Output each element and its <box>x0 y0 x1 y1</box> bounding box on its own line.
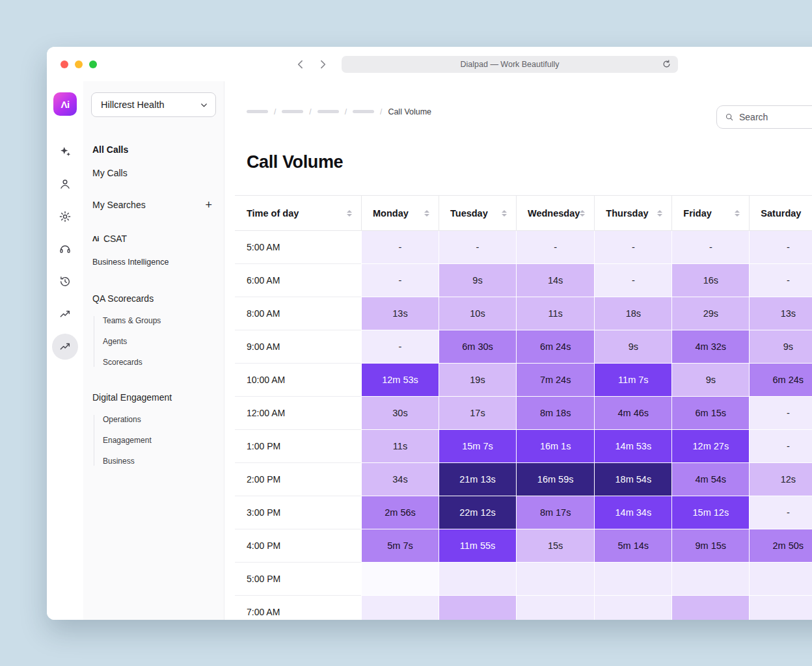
heatmap-cell[interactable]: 12m 53s <box>361 364 439 397</box>
heatmap-cell[interactable]: 22m 12s <box>439 496 516 529</box>
minimize-window-button[interactable] <box>75 60 83 68</box>
heatmap-cell[interactable]: 9s <box>671 364 749 397</box>
heatmap-cell[interactable]: 5m 7s <box>361 529 439 563</box>
heatmap-cell[interactable]: 11m 55s <box>439 529 516 563</box>
sidebar-item-csat[interactable]: Λi CSAT <box>92 233 216 244</box>
browser-back-button[interactable] <box>294 58 307 71</box>
history-clock-icon[interactable] <box>59 275 72 288</box>
heatmap-cell[interactable]: 30s <box>361 397 439 430</box>
heatmap-cell[interactable]: 13s <box>361 297 439 330</box>
org-selector-dropdown[interactable]: Hillcrest Health <box>91 92 216 117</box>
search-input[interactable] <box>739 112 812 122</box>
sidebar-item-qa-scorecards[interactable]: QA Scorecards <box>92 293 216 304</box>
headset-icon[interactable] <box>59 243 72 256</box>
column-header-saturday[interactable]: Saturday <box>749 195 812 231</box>
contacts-person-icon[interactable] <box>59 178 72 191</box>
heatmap-cell[interactable]: 16m 1s <box>516 430 594 463</box>
heatmap-cell[interactable]: 18m 54s <box>594 463 671 496</box>
heatmap-cell[interactable]: - <box>516 231 594 264</box>
heatmap-cell[interactable]: - <box>594 264 671 297</box>
heatmap-cell[interactable]: 21m 13s <box>439 463 516 496</box>
browser-forward-button[interactable] <box>316 58 329 71</box>
heatmap-cell[interactable]: 4m 54s <box>671 463 749 496</box>
heatmap-cell[interactable]: - <box>749 496 812 529</box>
heatmap-cell[interactable]: 14m 53s <box>594 430 671 463</box>
heatmap-cell[interactable]: 5m 14s <box>594 529 671 563</box>
heatmap-cell[interactable]: 10s <box>439 297 516 330</box>
sidebar-item-business[interactable]: Business <box>103 457 216 466</box>
heatmap-cell[interactable]: 11s <box>516 297 594 330</box>
column-header-thursday[interactable]: Thursday <box>594 195 671 231</box>
heatmap-cell[interactable]: 15s <box>516 529 594 563</box>
heatmap-cell[interactable]: 15m 12s <box>671 496 749 529</box>
zoom-window-button[interactable] <box>89 60 97 68</box>
heatmap-cell[interactable]: - <box>594 231 671 264</box>
heatmap-cell[interactable] <box>439 563 516 596</box>
heatmap-cell[interactable]: 9s <box>439 264 516 297</box>
heatmap-cell[interactable] <box>516 563 594 596</box>
settings-gear-icon[interactable] <box>59 210 72 223</box>
trend-chart-icon[interactable] <box>59 308 72 321</box>
heatmap-cell[interactable] <box>594 596 671 620</box>
heatmap-cell[interactable]: - <box>671 231 749 264</box>
heatmap-cell[interactable]: 4m 32s <box>671 330 749 364</box>
heatmap-cell[interactable]: 16s <box>671 264 749 297</box>
column-header-friday[interactable]: Friday <box>671 195 749 231</box>
heatmap-cell[interactable]: - <box>749 264 812 297</box>
heatmap-cell[interactable]: - <box>749 430 812 463</box>
heatmap-cell[interactable]: 6m 24s <box>749 364 812 397</box>
heatmap-cell[interactable]: 8m 17s <box>516 496 594 529</box>
heatmap-cell[interactable]: 6m 30s <box>439 330 516 364</box>
heatmap-cell[interactable]: 18s <box>594 297 671 330</box>
heatmap-cell[interactable]: 17s <box>439 397 516 430</box>
heatmap-cell[interactable]: - <box>361 231 439 264</box>
trend-chart-active-pill[interactable] <box>52 334 78 360</box>
sidebar-item-teams-groups[interactable]: Teams & Groups <box>103 316 216 325</box>
heatmap-cell[interactable]: - <box>749 231 812 264</box>
heatmap-cell[interactable]: 6m 24s <box>516 330 594 364</box>
heatmap-cell[interactable]: 9s <box>749 330 812 364</box>
heatmap-cell[interactable]: 16m 59s <box>516 463 594 496</box>
heatmap-cell[interactable]: 9m 15s <box>671 529 749 563</box>
heatmap-cell[interactable]: 15m 7s <box>439 430 516 463</box>
sidebar-item-engagement[interactable]: Enagagement <box>103 436 216 445</box>
heatmap-cell[interactable]: 9s <box>594 330 671 364</box>
heatmap-cell[interactable]: 7m 24s <box>516 364 594 397</box>
heatmap-cell[interactable]: 4m 46s <box>594 397 671 430</box>
heatmap-cell[interactable]: 14s <box>516 264 594 297</box>
heatmap-cell[interactable]: 11s <box>361 430 439 463</box>
address-bar[interactable]: Dialpad — Work Beautifully <box>342 56 678 73</box>
search-box[interactable] <box>716 105 812 129</box>
heatmap-cell[interactable]: 19s <box>439 364 516 397</box>
column-header-monday[interactable]: Monday <box>361 195 439 231</box>
heatmap-cell[interactable]: - <box>439 231 516 264</box>
heatmap-cell[interactable] <box>439 596 516 620</box>
heatmap-cell[interactable]: 11m 7s <box>594 364 671 397</box>
sidebar-item-business-intelligence[interactable]: Business Intelligence <box>92 258 216 267</box>
heatmap-cell[interactable] <box>361 596 439 620</box>
heatmap-cell[interactable]: 14m 34s <box>594 496 671 529</box>
heatmap-cell[interactable]: 2m 50s <box>749 529 812 563</box>
heatmap-cell[interactable] <box>361 563 439 596</box>
heatmap-cell[interactable] <box>594 563 671 596</box>
heatmap-cell[interactable]: 8m 18s <box>516 397 594 430</box>
heatmap-cell[interactable]: - <box>361 330 439 364</box>
reload-icon[interactable] <box>662 59 671 69</box>
heatmap-cell[interactable]: 34s <box>361 463 439 496</box>
column-header-time-of-day[interactable]: Time of day <box>235 195 361 231</box>
sidebar-item-operations[interactable]: Operations <box>103 415 216 424</box>
sidebar-item-digital-engagement[interactable]: Digital Engagement <box>92 392 216 403</box>
heatmap-cell[interactable] <box>749 596 812 620</box>
heatmap-cell[interactable]: 12s <box>749 463 812 496</box>
column-header-tuesday[interactable]: Tuesday <box>439 195 516 231</box>
heatmap-cell[interactable]: 12m 27s <box>671 430 749 463</box>
heatmap-cell[interactable] <box>671 563 749 596</box>
heatmap-cell[interactable]: 6m 15s <box>671 397 749 430</box>
column-header-wednesday[interactable]: Wednesday <box>516 195 594 231</box>
sidebar-item-all-calls[interactable]: All Calls <box>92 144 216 155</box>
sidebar-item-my-searches[interactable]: My Searches + <box>92 200 216 210</box>
heatmap-cell[interactable] <box>516 596 594 620</box>
sidebar-item-my-calls[interactable]: My Calls <box>92 168 216 178</box>
heatmap-cell[interactable]: - <box>361 264 439 297</box>
sparkles-icon[interactable] <box>59 145 72 158</box>
